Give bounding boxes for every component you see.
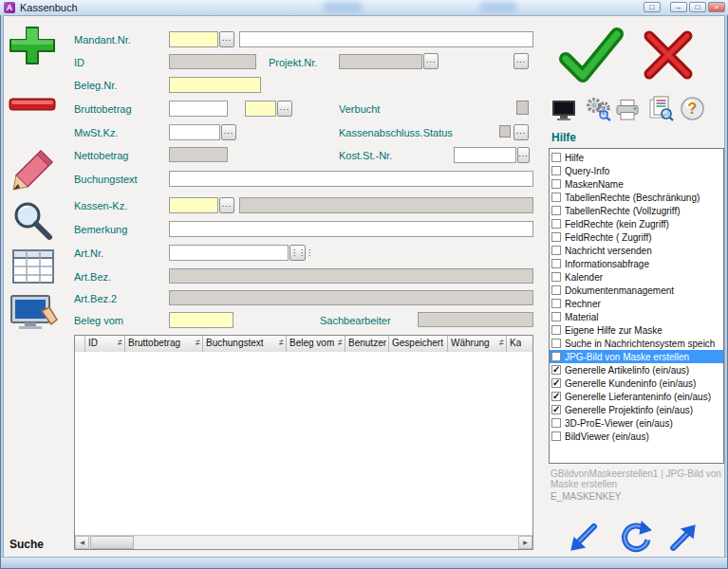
help-list-item[interactable]: Query-Info — [550, 164, 723, 177]
help-item-checkbox[interactable] — [551, 153, 561, 162]
screen-view-button[interactable] — [551, 99, 577, 121]
column-header-bruttobetrag[interactable]: Bruttobetrag≠ — [125, 336, 203, 352]
scroll-left-button[interactable]: ◀ — [75, 536, 89, 549]
help-listbox[interactable]: HilfeQuery-InfoMaskenNameTabellenRechte … — [549, 148, 724, 464]
help-item-checkbox[interactable] — [551, 206, 561, 215]
mandant-nr-lookup-button[interactable]: ... — [219, 31, 234, 47]
titlebar[interactable]: A Kassenbuch □ – □ × — [0, 0, 728, 15]
art-nr-grid-button[interactable]: ⋮⋮⋮ — [289, 245, 306, 261]
column-header-buchungstext[interactable]: Buchungstext≠ — [203, 336, 287, 352]
help-list-item[interactable]: JPG-Bild von Maske erstellen — [550, 350, 723, 363]
kost-st-nr-lookup-button[interactable]: ... — [517, 147, 530, 163]
verbucht-indicator[interactable] — [516, 101, 529, 115]
buchungstext-input[interactable] — [169, 171, 533, 187]
help-item-checkbox[interactable] — [551, 312, 561, 321]
beleg-vom-input[interactable] — [169, 312, 233, 328]
help-item-checkbox[interactable] — [551, 259, 561, 268]
horizontal-scrollbar[interactable]: ◀ ▶ — [75, 535, 532, 549]
help-list-item[interactable]: Material — [550, 310, 723, 323]
navigate-back-button[interactable] — [567, 523, 599, 555]
help-list-item[interactable]: Informationsabfrage — [550, 257, 723, 270]
filter-icon[interactable]: ≠ — [279, 338, 284, 347]
filter-icon[interactable]: ≠ — [196, 338, 200, 347]
maximize-button[interactable]: □ — [689, 2, 706, 12]
help-item-checkbox[interactable] — [551, 193, 561, 202]
cancel-button[interactable] — [638, 28, 697, 82]
edit-record-button[interactable] — [9, 148, 55, 193]
help-list-item[interactable]: BildViewer (ein/aus) — [550, 430, 723, 443]
kassen-kz-input[interactable] — [169, 197, 218, 213]
filter-icon[interactable]: ≠ — [338, 338, 343, 347]
help-list-item[interactable]: Eigene Hilfe zur Maske — [550, 323, 723, 337]
help-item-checkbox[interactable] — [551, 179, 561, 189]
screen-button[interactable] — [9, 294, 59, 338]
filter-icon[interactable]: ≠ — [499, 338, 504, 347]
minimize-button[interactable]: – — [670, 2, 687, 12]
help-list-item[interactable]: ✓Generelle Kundeninfo (ein/aus) — [550, 376, 723, 390]
help-item-checkbox[interactable]: ✓ — [551, 378, 561, 388]
kassenabschluss-lookup-button[interactable]: ... — [513, 124, 529, 140]
help-list-item[interactable]: ✓Generelle Projektinfo (ein/aus) — [550, 403, 723, 416]
ok-button[interactable] — [558, 27, 625, 83]
column-header-id[interactable]: ID≠ — [85, 336, 125, 352]
help-button[interactable]: ? — [680, 96, 705, 121]
add-record-button[interactable] — [8, 25, 57, 68]
kassenabschluss-status-indicator[interactable] — [499, 125, 511, 138]
mwst-kz-lookup-button[interactable]: ... — [221, 124, 236, 140]
help-item-checkbox[interactable]: ✓ — [551, 405, 561, 414]
search-button[interactable] — [9, 199, 55, 243]
close-button[interactable]: × — [708, 2, 725, 12]
mandant-nr-input[interactable] — [169, 31, 218, 47]
help-item-checkbox[interactable] — [551, 325, 561, 335]
bruttobetrag-lookup-button[interactable]: ... — [277, 101, 292, 117]
projekt-nr-lookup-button[interactable]: ... — [423, 53, 439, 69]
scroll-track[interactable] — [134, 536, 518, 549]
help-list-item[interactable]: Kalender — [550, 270, 723, 284]
column-header-ka[interactable]: Ka — [507, 336, 532, 352]
mandant-name-input[interactable] — [239, 31, 533, 47]
help-list-item[interactable]: TabellenRechte (Vollzugriff) — [550, 204, 723, 217]
help-item-checkbox[interactable] — [551, 246, 561, 255]
help-item-checkbox[interactable] — [551, 352, 561, 361]
help-list-item[interactable]: ✓Generelle Artikelinfo (ein/aus) — [550, 363, 723, 376]
help-item-checkbox[interactable]: ✓ — [551, 392, 561, 401]
help-list-item[interactable]: Rechner — [550, 297, 723, 310]
help-list-item[interactable]: Hilfe — [550, 151, 723, 164]
print-button[interactable] — [615, 99, 640, 121]
help-list-item[interactable]: Suche in Nachrichtensystem speich — [550, 337, 723, 350]
help-item-checkbox[interactable] — [551, 339, 561, 348]
bemerkung-input[interactable] — [169, 221, 533, 237]
help-list-item[interactable]: ✓Generelle Lieferanteninfo (ein/aus) — [550, 390, 723, 403]
help-list-item[interactable]: Nachricht versenden — [550, 244, 723, 257]
column-header-benutzer[interactable]: Benutzer — [345, 336, 389, 352]
help-item-checkbox[interactable]: ✓ — [551, 365, 561, 375]
table-body[interactable] — [75, 352, 532, 535]
bruttobetrag-code-input[interactable] — [245, 101, 276, 117]
document-search-button[interactable] — [647, 96, 674, 121]
help-list-item[interactable]: Dokumentenmanagement — [550, 284, 723, 297]
help-list-item[interactable]: TabellenRechte (Beschränkung) — [550, 191, 723, 204]
bruttobetrag-input[interactable] — [169, 101, 228, 117]
results-table[interactable]: ID≠Bruttobetrag≠Buchungstext≠Beleg vom≠B… — [74, 335, 533, 550]
beleg-nr-input[interactable] — [169, 77, 261, 93]
navigate-forward-button[interactable] — [667, 521, 700, 553]
delete-record-button[interactable] — [8, 96, 57, 113]
help-list-item[interactable]: MaskenName — [550, 177, 723, 191]
help-list-item[interactable]: 3D-ProE-Viewer (ein/aus) — [550, 416, 723, 430]
scroll-thumb[interactable] — [90, 536, 134, 549]
help-item-checkbox[interactable] — [551, 232, 561, 242]
row2-extra-lookup-button[interactable]: ... — [513, 53, 529, 69]
help-item-checkbox[interactable] — [551, 272, 561, 282]
refresh-button[interactable] — [617, 520, 653, 556]
help-item-checkbox[interactable] — [551, 431, 561, 441]
column-header-beleg-vom[interactable]: Beleg vom≠ — [287, 336, 345, 352]
table-view-button[interactable] — [11, 247, 55, 286]
help-item-checkbox[interactable] — [551, 166, 561, 175]
kassen-kz-lookup-button[interactable]: ... — [219, 197, 234, 213]
help-list-item[interactable]: FeldRechte (kein Zugriff) — [550, 217, 723, 230]
filter-icon[interactable]: ≠ — [118, 338, 122, 347]
help-item-checkbox[interactable] — [551, 219, 561, 229]
help-item-checkbox[interactable] — [551, 285, 561, 295]
help-item-checkbox[interactable] — [551, 418, 561, 428]
kost-st-nr-input[interactable] — [454, 147, 516, 163]
